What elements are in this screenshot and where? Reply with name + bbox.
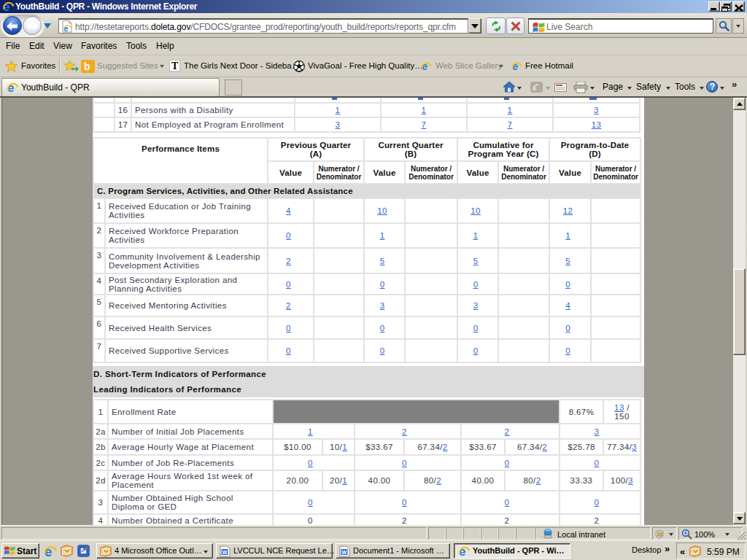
svg-text:W: W [222, 550, 228, 555]
svg-text:W: W [342, 550, 347, 555]
